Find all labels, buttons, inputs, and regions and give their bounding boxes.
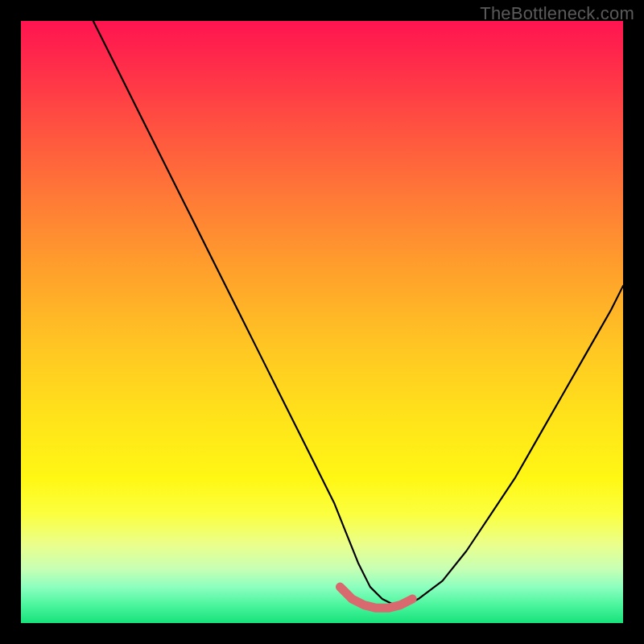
optimal-band-path [340,587,412,608]
watermark-text: TheBottleneck.com [480,3,634,24]
curve-svg [21,21,623,623]
bottleneck-curve-path [93,21,623,605]
chart-frame: TheBottleneck.com [0,0,644,644]
plot-area [21,21,623,623]
